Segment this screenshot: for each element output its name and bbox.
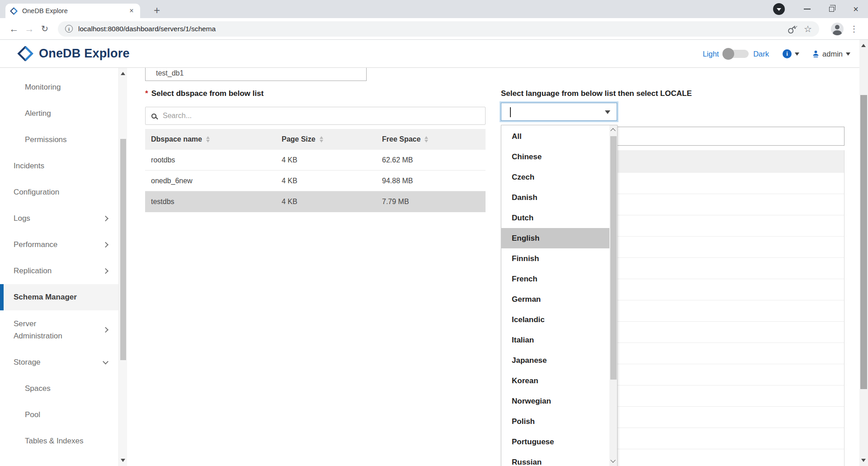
browser-tab[interactable]: OneDB Explore	[5, 4, 140, 18]
dropdown-option-chinese[interactable]: Chinese	[501, 147, 609, 167]
header-actions: Light Dark admin	[703, 40, 850, 68]
table-row-onedb-6new[interactable]: onedb_6new 4 KB 94.88 MB	[145, 171, 486, 191]
scroll-up-icon[interactable]	[121, 72, 125, 75]
dbspace-search-input[interactable]	[163, 112, 479, 120]
dropdown-scrollbar[interactable]	[609, 125, 617, 466]
url-text: localhost:8080/dashboard/servers/1/schem…	[78, 25, 782, 33]
page-info-icon[interactable]	[65, 25, 73, 33]
sidebar-item-storage[interactable]: Storage	[0, 349, 118, 376]
dbspace-table-header: Dbspace name Page Size Free Space	[145, 129, 486, 150]
scrollbar-thumb[interactable]	[860, 95, 867, 389]
chevron-right-icon	[103, 268, 108, 274]
dropdown-option-all[interactable]: All	[501, 126, 609, 147]
sidebar-item-monitoring[interactable]: Monitoring	[0, 74, 118, 100]
user-menu-button[interactable]: admin	[812, 50, 850, 58]
sidebar-item-permissions[interactable]: Permissions	[0, 127, 118, 153]
dropdown-option-portuguese[interactable]: Portuguese	[501, 432, 609, 452]
scroll-up-icon[interactable]	[861, 44, 866, 47]
dropdown-option-norwegian[interactable]: Norwegian	[501, 391, 609, 411]
sidebar-item-pool[interactable]: Pool	[0, 402, 118, 428]
language-combobox[interactable]	[501, 103, 617, 121]
scrollbar-thumb[interactable]	[120, 139, 126, 360]
sidebar-item-logs[interactable]: Logs	[0, 205, 118, 232]
profile-avatar[interactable]	[831, 23, 844, 35]
dropdown-option-german[interactable]: German	[501, 289, 609, 309]
dropdown-option-finnish[interactable]: Finnish	[501, 248, 609, 269]
info-icon	[783, 49, 792, 58]
browser-update-icon[interactable]	[773, 3, 785, 15]
dropdown-option-dutch[interactable]: Dutch	[501, 208, 609, 228]
column-header-page-size[interactable]: Page Size	[282, 135, 382, 143]
minimize-button[interactable]	[795, 0, 819, 18]
dropdown-option-czech[interactable]: Czech	[501, 167, 609, 187]
tab-title: OneDB Explore	[22, 7, 127, 14]
chevron-down-icon	[846, 52, 850, 56]
sidebar-item-tables-indexes[interactable]: Tables & Indexes	[0, 428, 118, 454]
sidebar-item-performance[interactable]: Performance	[0, 232, 118, 258]
table-row-rootdbs[interactable]: rootdbs 4 KB 62.62 MB	[145, 150, 486, 171]
dbspace-search	[145, 107, 486, 125]
maximize-button[interactable]	[819, 0, 844, 18]
dropdown-option-italian[interactable]: Italian	[501, 330, 609, 350]
address-bar[interactable]: localhost:8080/dashboard/servers/1/schem…	[58, 21, 819, 37]
scroll-down-icon[interactable]	[121, 459, 125, 462]
page-scrollbar[interactable]	[859, 40, 868, 466]
chevron-right-icon	[103, 242, 108, 248]
scroll-down-icon[interactable]	[861, 459, 866, 462]
user-name: admin	[822, 50, 843, 58]
sidebar-item-server-administration[interactable]: Server Administration	[0, 310, 118, 349]
sidebar-item-replication[interactable]: Replication	[0, 258, 118, 284]
new-tab-button[interactable]	[150, 4, 164, 17]
sidebar-item-configuration[interactable]: Configuration	[0, 179, 118, 205]
dropdown-option-danish[interactable]: Danish	[501, 187, 609, 208]
sidebar-item-alerting[interactable]: Alerting	[0, 100, 118, 127]
sidebar: Monitoring Alerting Permissions Incident…	[0, 68, 118, 466]
user-icon	[812, 50, 820, 58]
info-menu-button[interactable]	[783, 49, 799, 58]
sidebar-item-schema-manager[interactable]: Schema Manager	[0, 284, 118, 310]
search-icon	[151, 114, 156, 119]
chevron-down-icon	[103, 359, 108, 365]
scroll-up-icon[interactable]	[610, 128, 615, 133]
app-header: OneDB Explore Light Dark admin	[0, 40, 868, 68]
browser-menu-icon[interactable]	[850, 24, 858, 34]
toggle-knob	[722, 48, 734, 60]
tab-close-icon[interactable]	[127, 7, 136, 15]
dropdown-option-polish[interactable]: Polish	[501, 411, 609, 432]
language-dropdown: All Chinese Czech Danish Dutch English F…	[501, 125, 618, 466]
theme-light-label: Light	[703, 50, 719, 58]
dropdown-option-english[interactable]: English	[501, 228, 609, 248]
dropdown-option-korean[interactable]: Korean	[501, 371, 609, 391]
sidebar-item-spaces[interactable]: Spaces	[0, 376, 118, 402]
back-button[interactable]	[6, 21, 22, 37]
dropdown-option-icelandic[interactable]: Icelandic	[501, 309, 609, 330]
reload-button[interactable]	[37, 21, 52, 37]
sidebar-item-incidents[interactable]: Incidents	[0, 153, 118, 179]
app-title: OneDB Explore	[39, 47, 130, 61]
database-name-input[interactable]: test_db1	[145, 68, 367, 81]
column-header-dbspace-name[interactable]: Dbspace name	[145, 135, 282, 143]
text-cursor	[510, 107, 511, 117]
language-option-list: All Chinese Czech Danish Dutch English F…	[501, 126, 609, 466]
onedb-favicon-icon	[10, 7, 18, 15]
dropdown-option-french[interactable]: French	[501, 269, 609, 289]
chevron-right-icon	[103, 216, 108, 222]
bookmark-star-icon[interactable]	[804, 24, 812, 34]
dropdown-option-russian[interactable]: Russian	[501, 452, 609, 466]
column-header-free-space[interactable]: Free Space	[382, 135, 486, 143]
chevron-right-icon	[103, 327, 108, 333]
browser-toolbar: localhost:8080/dashboard/servers/1/schem…	[0, 18, 868, 40]
sidebar-scrollbar[interactable]	[118, 68, 127, 466]
scrollbar-thumb[interactable]	[610, 136, 617, 380]
table-row-testdbs[interactable]: testdbs 4 KB 7.79 MB	[145, 191, 486, 212]
theme-toggle[interactable]	[723, 50, 749, 58]
sort-icon	[206, 136, 210, 143]
close-button[interactable]	[844, 0, 868, 18]
sort-icon	[320, 136, 323, 143]
scroll-down-icon[interactable]	[610, 457, 615, 462]
dbspace-table: Dbspace name Page Size Free Space rootdb…	[145, 129, 486, 212]
forward-button[interactable]	[22, 21, 37, 37]
dropdown-option-japanese[interactable]: Japanese	[501, 350, 609, 371]
required-asterisk: *	[145, 89, 148, 98]
password-key-icon[interactable]	[785, 22, 799, 36]
